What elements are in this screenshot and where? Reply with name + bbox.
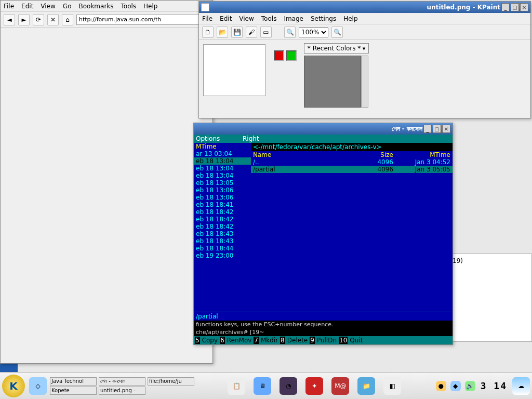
mc-left-row[interactable]: ar 13 03:04 (194, 150, 251, 157)
mc-shell-line: functions keys, use the ESC+number seque… (194, 321, 453, 328)
background-panel: 19) (449, 254, 532, 342)
k-menu-button[interactable]: K (2, 375, 25, 397)
tray-monitor-icon[interactable]: 🖥 (254, 377, 271, 395)
kpaint-menubar: File Edit View Tools Image Settings Help (199, 13, 530, 24)
menu-bookmarks[interactable]: Bookmarks (78, 3, 113, 10)
menu-file[interactable]: File (4, 3, 14, 10)
zoom-in-button[interactable]: 🔍 (284, 26, 296, 38)
close-button[interactable]: ✕ (520, 3, 528, 11)
eraser-button[interactable]: ▭ (260, 26, 272, 38)
mc-file-row[interactable]: /partial4096Jan 3 05:05 (251, 166, 453, 173)
menu-help[interactable]: Help (143, 3, 157, 10)
mc-path: <-/mnt/fedora/var/cache/apt/archives-v> (251, 143, 453, 151)
show-desktop-button[interactable]: ◇ (29, 377, 47, 395)
tray-eclipse-icon[interactable]: ◔ (280, 377, 297, 395)
firefox-toolbar: ◄ ► ⟳ ✕ ⌂ http://forum.java.sun.com/th (1, 12, 212, 28)
menu-image[interactable]: Image (284, 15, 303, 22)
menu-view[interactable]: View (239, 15, 254, 22)
mc-left-row[interactable]: eb 18 13:06 (194, 194, 251, 201)
taskbar-task[interactable]: Kopete (50, 387, 97, 395)
mc-left-row[interactable]: eb 18 18:43 (194, 237, 251, 245)
brush-button[interactable]: 🖌 (246, 26, 257, 38)
mc-left-row[interactable]: eb 18 18:44 (194, 245, 251, 252)
menu-view[interactable]: View (41, 3, 55, 10)
color-swatch-green[interactable] (286, 50, 297, 61)
recent-colors-panel (304, 56, 361, 108)
taskbar-clock[interactable]: 3 14 (481, 380, 507, 391)
mc-file-row[interactable]: /..4096Jan 3 04:52 (251, 158, 453, 166)
url-bar[interactable]: http://forum.java.sun.com/th (76, 15, 209, 25)
kpaint-app-icon (201, 3, 209, 11)
open-button[interactable]: 📂 (217, 26, 228, 38)
mc-left-row[interactable]: eb 18 13:04 (194, 157, 251, 165)
minimize-button[interactable]: _ (423, 125, 432, 133)
minimize-button[interactable]: _ (501, 3, 510, 11)
mc-status-line: /partial (194, 312, 453, 321)
weather-icon[interactable]: ☁ (512, 377, 530, 395)
firefox-window: File Edit View Go Bookmarks Tools Help ◄… (0, 0, 213, 364)
mc-left-row[interactable]: eb 18 18:42 (194, 216, 251, 223)
mc-left-row[interactable]: eb 18 13:04 (194, 172, 251, 179)
mc-right-panel[interactable]: /..4096Jan 3 04:52/partial4096Jan 3 05:0… (251, 158, 453, 173)
recent-colors-select[interactable]: * Recent Colors * ▾ (304, 43, 369, 54)
tray-folder-icon[interactable]: 📁 (357, 377, 375, 395)
mc-left-panel[interactable]: ar 13 03:04eb 18 13:04eb 18 13:04eb 18 1… (194, 150, 251, 259)
menu-tools[interactable]: Tools (121, 3, 137, 10)
mc-left-row[interactable]: eb 19 23:00 (194, 252, 251, 259)
mc-left-row[interactable]: eb 18 18:41 (194, 201, 251, 208)
zoom-out-button[interactable]: 🔍 (331, 26, 343, 38)
menu-help[interactable]: Help (343, 15, 357, 22)
konsole-window: শেল - কনসোল _ ▢ ✕ Options Right MTime ar… (193, 123, 453, 345)
scrollbar[interactable] (361, 56, 368, 108)
mc-shell-prompt[interactable]: che/apt/archives# [19~ (194, 328, 453, 336)
menu-settings[interactable]: Settings (311, 15, 336, 22)
mc-left-row[interactable]: eb 18 18:42 (194, 223, 251, 230)
menu-tools[interactable]: Tools (261, 15, 277, 22)
maximize-button[interactable]: ▢ (433, 125, 441, 133)
taskbar: K ◇ Java TechnolKopeteশেল - কনসোলuntitle… (0, 372, 532, 399)
save-button[interactable]: 💾 (231, 26, 243, 38)
terminal-area[interactable]: Options Right MTime ar 13 03:04eb 18 13:… (194, 135, 453, 344)
mc-left-row[interactable]: eb 18 18:42 (194, 208, 251, 216)
tray-red-icon[interactable]: ✦ (305, 377, 323, 395)
menu-go[interactable]: Go (63, 3, 72, 10)
reload-button[interactable]: ⟳ (33, 14, 44, 25)
tray-mail-icon[interactable]: M@ (331, 377, 349, 395)
kpaint-titlebar[interactable]: untitled.png - KPaint _ ▢ ✕ (199, 2, 530, 13)
mc-left-row[interactable]: eb 18 13:06 (194, 187, 251, 194)
tray-app-icon[interactable]: ◧ (383, 377, 401, 395)
tray-clipboard-icon[interactable]: 📋 (228, 377, 245, 395)
forward-button[interactable]: ► (18, 14, 30, 25)
systray-icon[interactable]: ● (436, 381, 446, 391)
taskbar-task[interactable]: Java Technol (50, 377, 97, 385)
volume-icon[interactable]: 🔊 (465, 381, 475, 391)
back-button[interactable]: ◄ (4, 14, 15, 25)
konsole-title: শেল - কনসোল (392, 125, 422, 132)
menu-edit[interactable]: Edit (21, 3, 33, 10)
kpaint-window: untitled.png - KPaint _ ▢ ✕ File Edit Vi… (198, 1, 531, 118)
menu-file[interactable]: File (202, 15, 212, 22)
color-swatch-red[interactable] (274, 50, 284, 61)
kpaint-toolbar: 🗋 📂 💾 🖌 ▭ 🔍 100% 🔍 (199, 24, 530, 40)
stop-button[interactable]: ✕ (47, 14, 59, 25)
mc-function-keys[interactable]: 5Copy6RenMov7Mkdir8Delete9PullDn10Quit (194, 336, 453, 344)
firefox-menubar: File Edit View Go Bookmarks Tools Help (1, 1, 212, 12)
mc-left-row[interactable]: eb 18 13:05 (194, 179, 251, 187)
mc-left-row[interactable]: eb 18 13:04 (194, 165, 251, 172)
home-button[interactable]: ⌂ (62, 14, 73, 25)
taskbar-task[interactable]: শেল - কনসোল (99, 377, 145, 385)
taskbar-task[interactable]: file:/home/ju (148, 377, 194, 385)
menu-edit[interactable]: Edit (220, 15, 232, 22)
systray-icon[interactable]: ◆ (450, 381, 461, 391)
new-button[interactable]: 🗋 (202, 26, 214, 38)
mc-left-row[interactable]: eb 18 18:43 (194, 230, 251, 237)
konsole-titlebar[interactable]: শেল - কনসোল _ ▢ ✕ (194, 123, 453, 135)
kpaint-title: untitled.png - KPaint (427, 4, 500, 11)
close-button[interactable]: ✕ (442, 125, 450, 133)
bg-line: 19) (453, 257, 528, 264)
taskbar-task[interactable]: untitled.png - (99, 387, 145, 395)
mc-menubar[interactable]: Options Right (194, 135, 453, 143)
zoom-select[interactable]: 100% (299, 27, 328, 37)
kpaint-canvas[interactable] (203, 44, 265, 96)
maximize-button[interactable]: ▢ (511, 3, 519, 11)
